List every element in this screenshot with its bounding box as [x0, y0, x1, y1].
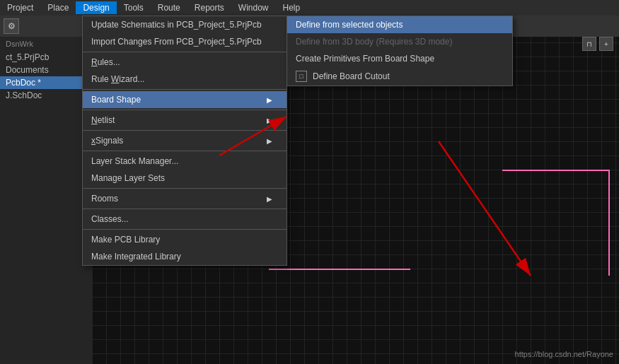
rooms-arrow: ▶	[267, 195, 272, 203]
separator-5	[83, 151, 287, 151]
separator-7	[83, 209, 287, 209]
submenu-item-create-primitives[interactable]: Create Primitives From Board Shape	[287, 50, 512, 67]
menu-item-import-changes[interactable]: Import Changes From PCB_Project_5.PrjPcb	[83, 33, 287, 50]
menubar-item-route[interactable]: Route	[151, 1, 187, 14]
menu-item-manage-layer-sets[interactable]: Manage Layer Sets	[83, 170, 287, 187]
menubar-item-design[interactable]: Design	[76, 1, 116, 14]
menubar: Project Place Design Tools Route Reports…	[0, 0, 619, 16]
sidebar-section-dsnwrk: DsnWrk	[0, 37, 92, 51]
filter-icon[interactable]: ⊓	[582, 37, 596, 51]
menubar-item-tools[interactable]: Tools	[117, 1, 151, 14]
separator-8	[83, 229, 287, 230]
watermark: https://blog.csdn.net/Rayone	[515, 350, 613, 358]
top-right-icons: ⊓ +	[582, 37, 613, 51]
separator-2	[83, 89, 287, 90]
submenu-item-define-board-cutout[interactable]: □ Define Board Cutout	[287, 67, 512, 86]
menu-item-layer-stack[interactable]: Layer Stack Manager...	[83, 153, 287, 170]
menubar-item-place[interactable]: Place	[40, 1, 76, 14]
menu-item-make-pcb-lib[interactable]: Make PCB Library	[83, 231, 287, 248]
menubar-item-window[interactable]: Window	[231, 1, 276, 14]
sidebar-item-prjpcb[interactable]: ct_5.PrjPcb	[0, 51, 92, 64]
menubar-item-reports[interactable]: Reports	[187, 1, 231, 14]
board-shape-submenu: Define from selected objects Define from…	[287, 16, 513, 86]
menu-item-board-shape[interactable]: Board Shape ▶	[83, 91, 287, 108]
pcb-trace-h2	[502, 170, 608, 171]
sidebar-item-documents[interactable]: Documents	[0, 64, 92, 76]
separator-1	[83, 52, 287, 52]
menubar-item-help[interactable]: Help	[276, 1, 308, 14]
netlist-arrow: ▶	[267, 117, 272, 124]
menu-item-make-integrated-lib[interactable]: Make Integrated Library	[83, 248, 287, 265]
add-icon[interactable]: +	[599, 37, 613, 51]
menu-item-classes[interactable]: Classes...	[83, 211, 287, 228]
menubar-item-project[interactable]: Project	[0, 1, 40, 14]
design-dropdown-menu: Update Schematics in PCB_Project_5.PrjPc…	[82, 16, 287, 266]
menu-item-xsignals[interactable]: xSignals ▶	[83, 132, 287, 149]
toolbar-gear-icon[interactable]: ⚙	[4, 18, 19, 34]
sidebar-item-pcbdoc[interactable]: PcbDoc *	[0, 76, 92, 89]
board-cutout-icon: □	[296, 71, 307, 82]
menu-item-rule-wizard[interactable]: Rule Wizard...	[83, 71, 287, 88]
xsignals-arrow: ▶	[267, 137, 272, 145]
menu-item-rules[interactable]: Rules...	[83, 54, 287, 71]
separator-4	[83, 130, 287, 131]
separator-3	[83, 110, 287, 110]
menu-item-rooms[interactable]: Rooms ▶	[83, 190, 287, 207]
pcb-trace-v	[608, 170, 610, 276]
board-shape-arrow: ▶	[267, 96, 272, 104]
submenu-item-define-from-3d: Define from 3D body (Requires 3D mode)	[287, 33, 512, 50]
separator-6	[83, 188, 287, 189]
pcb-trace	[269, 269, 410, 270]
submenu-item-define-from-selected[interactable]: Define from selected objects	[287, 16, 512, 33]
sidebar-item-schdoc[interactable]: J.SchDoc	[0, 89, 92, 102]
menu-item-update-schematics[interactable]: Update Schematics in PCB_Project_5.PrjPc…	[83, 16, 287, 33]
sidebar: DsnWrk ct_5.PrjPcb Documents PcbDoc * J.…	[0, 37, 92, 364]
menu-item-netlist[interactable]: Netlist ▶	[83, 112, 287, 129]
